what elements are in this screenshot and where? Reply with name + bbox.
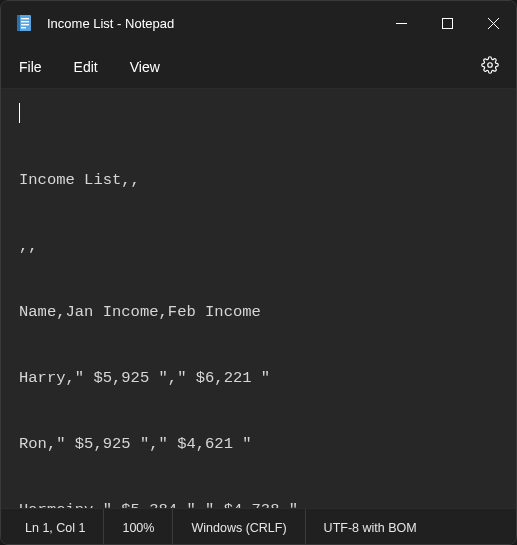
status-cursor-position[interactable]: Ln 1, Col 1 [1,509,104,545]
text-editor[interactable]: Income List,, ,, Name,Jan Income,Feb Inc… [1,89,516,508]
svg-rect-1 [17,15,20,31]
maximize-button[interactable] [424,1,470,45]
statusbar: Ln 1, Col 1 100% Windows (CRLF) UTF-8 wi… [1,508,516,545]
gear-icon [481,56,499,78]
window-title: Income List - Notepad [47,16,174,31]
status-line-ending[interactable]: Windows (CRLF) [173,509,305,545]
svg-rect-5 [21,27,26,28]
settings-button[interactable] [474,51,506,83]
editor-line: Harry," $5,925 "," $6,221 " [19,367,498,389]
svg-rect-2 [21,18,29,19]
menu-view[interactable]: View [130,59,160,75]
titlebar: Income List - Notepad [1,1,516,45]
editor-line: Ron," $5,925 "," $4,621 " [19,433,498,455]
editor-line: Income List,, [19,169,498,191]
close-button[interactable] [470,1,516,45]
status-zoom[interactable]: 100% [104,509,173,545]
minimize-button[interactable] [378,1,424,45]
editor-line: ,, [19,235,498,257]
editor-line: Harmoiny," $5,384 "," $4,738 " [19,499,498,508]
editor-line: Name,Jan Income,Feb Income [19,301,498,323]
notepad-app-icon [15,14,33,32]
svg-rect-7 [442,18,452,28]
svg-rect-3 [21,21,29,22]
menubar: File Edit View [1,45,516,89]
svg-rect-4 [21,24,29,25]
text-cursor [19,103,20,123]
menu-file[interactable]: File [19,59,42,75]
svg-point-10 [488,62,493,67]
menu-edit[interactable]: Edit [74,59,98,75]
status-encoding[interactable]: UTF-8 with BOM [306,509,516,545]
